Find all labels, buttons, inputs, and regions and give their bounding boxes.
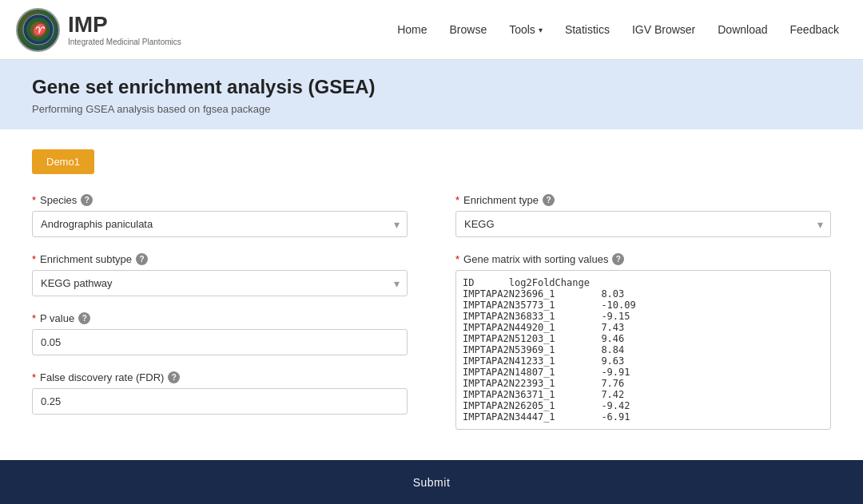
species-label: * Species ? [32, 194, 408, 206]
species-label-text: Species [40, 194, 77, 206]
fdr-required-marker: * [32, 371, 36, 383]
enrichment-type-field-group: * Enrichment type ? KEGG [455, 194, 831, 237]
gene-matrix-field-group: * Gene matrix with sorting values ? ID l… [455, 253, 831, 432]
enrichment-type-label: * Enrichment type ? [455, 194, 831, 206]
nav-tools-label: Tools [509, 23, 535, 36]
enrichment-type-info-icon[interactable]: ? [543, 194, 555, 206]
logo-icon: ♈ [16, 8, 60, 52]
nav-statistics[interactable]: Statistics [557, 17, 618, 42]
enrichment-subtype-field-group: * Enrichment subtype ? KEGG pathway [32, 253, 408, 296]
nav-home[interactable]: Home [389, 17, 435, 42]
enrichment-type-select-wrapper: KEGG [455, 211, 831, 237]
gene-matrix-label: * Gene matrix with sorting values ? [455, 253, 831, 265]
header: ♈ IMP Integrated Medicinal Plantomics Ho… [0, 0, 863, 60]
enrichment-subtype-label: * Enrichment subtype ? [32, 253, 408, 265]
species-select[interactable]: Andrographis paniculata [32, 211, 408, 237]
fdr-label: * False discovery rate (FDR) ? [32, 371, 408, 383]
main-content: Demo1 * Species ? Andrographis paniculat… [0, 129, 863, 504]
form-right: * Enrichment type ? KEGG * Gene matrix w… [455, 194, 831, 448]
species-info-icon[interactable]: ? [81, 194, 93, 206]
page-title: Gene set enrichment analysis (GSEA) [32, 76, 831, 98]
logo-subtitle-text: Integrated Medicinal Plantomics [68, 38, 181, 46]
nav-feedback[interactable]: Feedback [782, 17, 847, 42]
enrichment-type-required-marker: * [455, 194, 459, 206]
fdr-input[interactable] [32, 388, 408, 415]
enrichment-subtype-info-icon[interactable]: ? [136, 253, 148, 265]
submit-bar: Submit [0, 460, 863, 504]
p-value-field-group: * P value ? [32, 312, 408, 355]
gene-matrix-label-text: Gene matrix with sorting values [463, 253, 608, 265]
gene-matrix-textarea[interactable]: ID log2FoldChange IMPTAPA2N23696_1 8.03 … [455, 270, 831, 430]
demo1-button[interactable]: Demo1 [32, 149, 94, 174]
logo-area: ♈ IMP Integrated Medicinal Plantomics [16, 8, 181, 52]
p-value-label: * P value ? [32, 312, 408, 324]
form-left: * Species ? Andrographis paniculata * En… [32, 194, 408, 448]
hero-banner: Gene set enrichment analysis (GSEA) Perf… [0, 60, 863, 129]
species-field-group: * Species ? Andrographis paniculata [32, 194, 408, 237]
p-value-info-icon[interactable]: ? [78, 312, 90, 324]
enrichment-subtype-select[interactable]: KEGG pathway [32, 270, 408, 296]
p-value-input[interactable] [32, 329, 408, 355]
page-subtitle: Performing GSEA analysis based on fgsea … [32, 103, 831, 115]
enrichment-subtype-required-marker: * [32, 253, 36, 265]
fdr-field-group: * False discovery rate (FDR) ? [32, 371, 408, 415]
nav-tools[interactable]: Tools ▾ [501, 17, 551, 42]
enrichment-subtype-select-wrapper: KEGG pathway [32, 270, 408, 296]
enrichment-subtype-label-text: Enrichment subtype [40, 253, 132, 265]
species-required-marker: * [32, 194, 36, 206]
main-nav: Home Browse Tools ▾ Statistics IGV Brows… [389, 17, 847, 42]
gene-matrix-required-marker: * [455, 253, 459, 265]
fdr-info-icon[interactable]: ? [168, 371, 180, 383]
nav-igv-browser[interactable]: IGV Browser [624, 17, 703, 42]
chevron-down-icon: ▾ [539, 26, 543, 34]
logo-imp-text: IMP [68, 14, 181, 36]
nav-browse[interactable]: Browse [442, 17, 495, 42]
form-grid: * Species ? Andrographis paniculata * En… [32, 194, 831, 448]
p-value-label-text: P value [40, 312, 74, 324]
p-value-required-marker: * [32, 312, 36, 324]
enrichment-type-select[interactable]: KEGG [455, 211, 831, 237]
nav-download[interactable]: Download [710, 17, 775, 42]
submit-button[interactable]: Submit [413, 476, 451, 489]
gene-matrix-info-icon[interactable]: ? [612, 253, 624, 265]
enrichment-type-label-text: Enrichment type [463, 194, 539, 206]
fdr-label-text: False discovery rate (FDR) [40, 371, 164, 383]
logo-text: IMP Integrated Medicinal Plantomics [68, 14, 181, 46]
species-select-wrapper: Andrographis paniculata [32, 211, 408, 237]
